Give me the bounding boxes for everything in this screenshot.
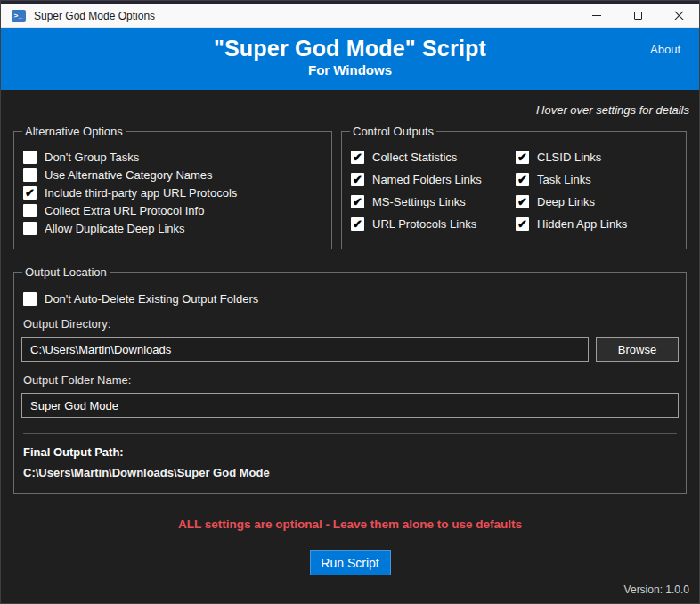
maximize-button[interactable] [617, 4, 658, 27]
checkbox-box [23, 292, 37, 306]
checkbox-label: URL Protocols Links [372, 217, 476, 231]
checkbox-url-protocols-links[interactable]: URL Protocols Links [351, 217, 514, 231]
checkbox-label: Collect Statistics [372, 151, 457, 164]
group-control-outputs-legend: Control Outputs [350, 125, 436, 138]
checkbox-collect-extra-url-protocol-info[interactable]: Collect Extra URL Protocol Info [23, 204, 324, 217]
header-title: "Super God Mode" Script [1, 28, 699, 61]
output-directory-label: Output Directory: [23, 317, 679, 331]
checkbox-label: Named Folders Links [372, 173, 482, 186]
run-button-row: Run Script [1, 550, 699, 575]
checkbox-label: Hidden App Links [537, 217, 627, 231]
checkbox-label: Don't Group Tasks [45, 151, 139, 164]
powershell-app-icon [12, 10, 26, 22]
checkbox-box [23, 222, 37, 235]
control-outputs-column-2: CLSID Links Task Links Deep Links Hidden… [514, 151, 679, 240]
checkbox-ms-settings-links[interactable]: MS-Settings Links [351, 195, 514, 208]
minimize-icon [592, 15, 601, 16]
window-title: Super God Mode Options [34, 10, 155, 22]
group-output-location: Output Location Don't Auto-Delete Existi… [13, 265, 687, 494]
checkbox-label: Deep Links [537, 195, 595, 208]
settings-optional-note: ALL settings are optional - Leave them a… [1, 518, 699, 531]
checkbox-use-alternative-category-names[interactable]: Use Alternative Category Names [23, 168, 324, 182]
checkbox-label: CLSID Links [537, 151, 601, 164]
browse-button[interactable]: Browse [596, 337, 679, 362]
checkbox-dont-auto-delete-output-folders[interactable]: Don't Auto-Delete Existing Output Folder… [23, 292, 679, 306]
checkbox-label: Use Alternative Category Names [45, 168, 213, 182]
checkbox-collect-statistics[interactable]: Collect Statistics [351, 151, 514, 164]
header-subtitle: For Windows [1, 62, 699, 78]
window-controls [576, 4, 699, 27]
checkbox-dont-group-tasks[interactable]: Don't Group Tasks [23, 151, 324, 164]
checkbox-include-third-party-url-protocols[interactable]: Include third-party app URL Protocols [23, 186, 324, 200]
header-banner: "Super God Mode" Script For Windows Abou… [1, 28, 699, 90]
checkbox-box [351, 217, 364, 231]
separator-line [23, 433, 677, 434]
checkbox-label: Don't Auto-Delete Existing Output Folder… [45, 292, 258, 306]
group-alternative-options-legend: Alternative Options [22, 125, 126, 138]
minimize-button[interactable] [576, 4, 617, 27]
checkbox-box [516, 151, 529, 164]
close-button[interactable] [658, 4, 699, 27]
checkbox-box [351, 173, 364, 186]
checkbox-deep-links[interactable]: Deep Links [516, 195, 679, 208]
checkbox-box [516, 173, 529, 186]
checkbox-named-folders-links[interactable]: Named Folders Links [351, 173, 514, 186]
hover-hint-text: Hover over settings for details [1, 90, 699, 117]
checkbox-label: Allow Duplicate Deep Links [45, 222, 185, 235]
checkbox-box [23, 186, 37, 200]
checkbox-box [23, 168, 37, 182]
control-outputs-column-1: Collect Statistics Named Folders Links M… [349, 151, 514, 240]
checkbox-allow-duplicate-deep-links[interactable]: Allow Duplicate Deep Links [23, 222, 324, 235]
output-folder-name-label: Output Folder Name: [23, 373, 679, 387]
checkbox-label: Collect Extra URL Protocol Info [45, 204, 204, 217]
app-window: Super God Mode Options "Super God Mode" … [0, 0, 700, 604]
run-script-button[interactable]: Run Script [310, 550, 391, 575]
final-output-path-value: C:\Users\Martin\Downloads\Super God Mode [23, 466, 679, 479]
titlebar[interactable]: Super God Mode Options [1, 4, 699, 28]
checkbox-box [516, 195, 529, 208]
checkbox-box [23, 151, 37, 164]
output-folder-name-row [21, 393, 679, 418]
output-folder-name-input[interactable] [21, 393, 679, 418]
option-groups-row: Alternative Options Don't Group Tasks Us… [13, 125, 687, 249]
checkbox-box [351, 195, 364, 208]
maximize-icon [634, 12, 642, 20]
checkbox-clsid-links[interactable]: CLSID Links [516, 151, 679, 164]
checkbox-label: MS-Settings Links [372, 195, 466, 208]
group-output-location-legend: Output Location [22, 265, 110, 279]
group-alternative-options: Alternative Options Don't Group Tasks Us… [13, 125, 332, 249]
version-text: Version: 1.0.0 [624, 584, 689, 596]
close-icon [674, 11, 684, 20]
checkbox-hidden-app-links[interactable]: Hidden App Links [516, 217, 679, 231]
checkbox-box [516, 217, 529, 231]
checkbox-task-links[interactable]: Task Links [516, 173, 679, 186]
about-link[interactable]: About [650, 43, 680, 56]
checkbox-label: Include third-party app URL Protocols [45, 186, 237, 200]
checkbox-box [23, 204, 37, 217]
output-directory-row: Browse [21, 337, 679, 362]
control-outputs-columns: Collect Statistics Named Folders Links M… [349, 151, 679, 240]
checkbox-label: Task Links [537, 173, 591, 186]
checkbox-box [351, 151, 364, 164]
output-directory-input[interactable] [21, 337, 589, 362]
group-control-outputs: Control Outputs Collect Statistics Named… [341, 125, 687, 249]
final-output-path-label: Final Output Path: [23, 445, 679, 459]
